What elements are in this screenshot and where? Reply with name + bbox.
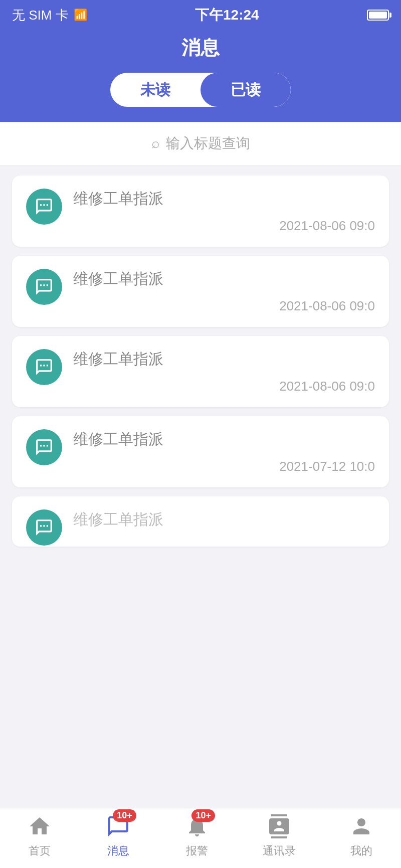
- message-icon-2: [26, 269, 62, 305]
- chat-icon: [35, 518, 54, 537]
- home-icon: [27, 813, 53, 839]
- bottom-nav: 首页 10+ 消息 10+ 报警 通讯录: [0, 808, 401, 868]
- alarm-badge: 10+: [191, 809, 215, 822]
- message-content-1: 维修工单指派 2021-08-06 09:0: [73, 189, 375, 234]
- alarm-icon-wrapper: 10+: [184, 813, 210, 839]
- tab-unread[interactable]: 未读: [110, 73, 200, 107]
- message-title-2: 维修工单指派: [73, 269, 375, 289]
- search-icon: ⌕: [151, 135, 160, 151]
- nav-alarm-label: 报警: [186, 843, 208, 858]
- chat-icon: [35, 358, 54, 377]
- message-title-1: 维修工单指派: [73, 189, 375, 209]
- message-icon-4: [26, 429, 62, 465]
- message-title-3: 维修工单指派: [73, 349, 375, 370]
- nav-home-label: 首页: [29, 843, 51, 858]
- status-right: [367, 10, 389, 21]
- tab-toggle[interactable]: 未读 已读: [110, 73, 291, 107]
- message-card-1[interactable]: 维修工单指派 2021-08-06 09:0: [12, 176, 389, 247]
- status-time: 下午12:24: [195, 6, 259, 25]
- message-time-3: 2021-08-06 09:0: [73, 379, 375, 394]
- message-content-5: 维修工单指派: [73, 509, 375, 530]
- search-inner[interactable]: ⌕ 输入标题查询: [151, 134, 250, 153]
- message-card-3[interactable]: 维修工单指派 2021-08-06 09:0: [12, 336, 389, 407]
- wifi-icon: 📶: [74, 9, 87, 22]
- message-card-4[interactable]: 维修工单指派 2021-07-12 10:0: [12, 416, 389, 487]
- message-content-4: 维修工单指派 2021-07-12 10:0: [73, 429, 375, 474]
- message-content-3: 维修工单指派 2021-08-06 09:0: [73, 349, 375, 394]
- message-icon-3: [26, 349, 62, 385]
- message-title-5: 维修工单指派: [73, 509, 375, 530]
- message-icon-1: [26, 189, 62, 225]
- search-placeholder: 输入标题查询: [166, 134, 250, 153]
- message-time-4: 2021-07-12 10:0: [73, 459, 375, 474]
- page-title: 消息: [181, 35, 220, 61]
- message-icon-5: [26, 509, 62, 546]
- messages-list: 维修工单指派 2021-08-06 09:0 维修工单指派 2021-08-06…: [0, 165, 401, 808]
- message-card-2[interactable]: 维修工单指派 2021-08-06 09:0: [12, 256, 389, 327]
- contacts-icon: [266, 813, 292, 839]
- nav-mine[interactable]: 我的: [348, 813, 374, 858]
- nav-contacts[interactable]: 通讯录: [263, 813, 296, 858]
- message-title-4: 维修工单指派: [73, 429, 375, 450]
- nav-contacts-label: 通讯录: [263, 843, 296, 858]
- message-time-2: 2021-08-06 09:0: [73, 298, 375, 314]
- nav-home[interactable]: 首页: [27, 813, 53, 858]
- battery-icon: [367, 10, 389, 21]
- nav-alarm[interactable]: 10+ 报警: [184, 813, 210, 858]
- status-left: 无 SIM 卡 📶: [12, 7, 87, 24]
- message-card-5[interactable]: 维修工单指派: [12, 496, 389, 547]
- chat-icon: [35, 438, 54, 457]
- messages-icon-wrapper: 10+: [105, 813, 131, 839]
- messages-badge: 10+: [113, 809, 136, 822]
- status-bar: 无 SIM 卡 📶 下午12:24: [0, 0, 401, 30]
- chat-icon: [35, 277, 54, 296]
- message-content-2: 维修工单指派 2021-08-06 09:0: [73, 269, 375, 314]
- nav-messages-label: 消息: [107, 843, 129, 858]
- tab-read[interactable]: 已读: [200, 73, 291, 107]
- mine-icon: [348, 813, 374, 839]
- search-bar[interactable]: ⌕ 输入标题查询: [0, 122, 401, 165]
- nav-mine-label: 我的: [350, 843, 372, 858]
- header: 消息 未读 已读: [0, 30, 401, 122]
- chat-icon: [35, 197, 54, 216]
- message-time-1: 2021-08-06 09:0: [73, 218, 375, 234]
- carrier-text: 无 SIM 卡: [12, 7, 69, 24]
- nav-messages[interactable]: 10+ 消息: [105, 813, 131, 858]
